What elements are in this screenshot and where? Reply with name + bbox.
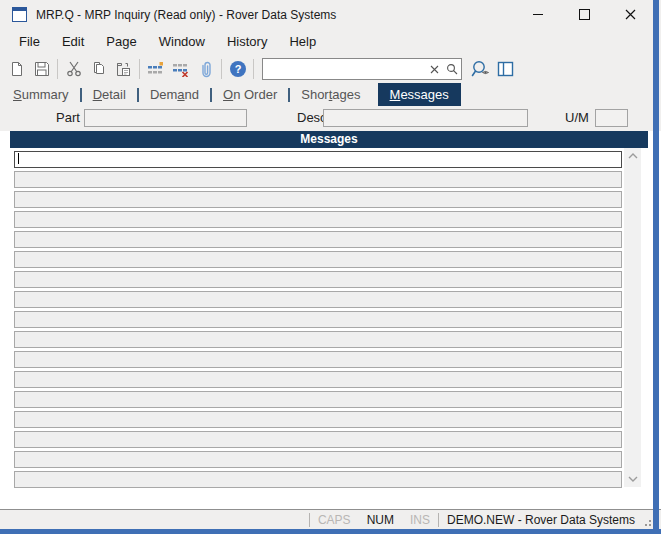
- layout-button[interactable]: [493, 57, 518, 81]
- vertical-scrollbar[interactable]: [624, 148, 641, 487]
- search-go-button[interactable]: [443, 60, 461, 78]
- search-icon: [446, 63, 458, 75]
- toolbar-separator: [253, 59, 254, 79]
- scroll-up-button[interactable]: [624, 148, 641, 164]
- status-num: NUM: [359, 513, 402, 527]
- toolbar-separator: [57, 59, 58, 79]
- message-row[interactable]: [14, 331, 622, 348]
- menu-history[interactable]: History: [216, 29, 278, 55]
- tab-strip: Summary Detail Demand On Order Shortages…: [0, 83, 661, 106]
- toolbar-separator: [221, 59, 222, 79]
- tab-demand[interactable]: Demand: [141, 84, 208, 105]
- new-document-button[interactable]: [4, 57, 29, 81]
- chevron-up-icon: [628, 153, 638, 159]
- message-row[interactable]: [14, 411, 622, 428]
- window-border-bottom: [0, 529, 661, 534]
- messages-header: Messages: [10, 131, 648, 148]
- clear-search-icon: [430, 65, 439, 74]
- copy-icon: [91, 61, 107, 77]
- find-view-button[interactable]: [468, 57, 493, 81]
- toolbar-separator: [139, 59, 140, 79]
- copy-button[interactable]: [86, 57, 111, 81]
- um-field[interactable]: [595, 109, 628, 127]
- window-title: MRP.Q - MRP Inquiry (Read only) - Rover …: [36, 8, 336, 22]
- minimize-button[interactable]: [515, 0, 561, 29]
- part-field[interactable]: [84, 109, 247, 127]
- minimize-icon: [533, 14, 543, 15]
- message-row[interactable]: [14, 211, 622, 228]
- status-ins: INS: [402, 513, 438, 527]
- message-row[interactable]: [14, 171, 622, 188]
- paste-icon: [115, 61, 132, 78]
- record-header-row: Part Desc U/M: [0, 106, 661, 131]
- delete-row-icon: [172, 61, 190, 77]
- message-row[interactable]: [14, 271, 622, 288]
- message-row[interactable]: [14, 451, 622, 468]
- message-row[interactable]: [14, 191, 622, 208]
- status-session: DEMO.NEW - Rover Data Systems: [439, 513, 643, 527]
- menu-file[interactable]: File: [8, 29, 51, 55]
- layout-icon: [497, 61, 514, 77]
- message-row[interactable]: [14, 311, 622, 328]
- menu-edit[interactable]: Edit: [51, 29, 95, 55]
- app-window: MRP.Q - MRP Inquiry (Read only) - Rover …: [0, 0, 661, 534]
- message-row[interactable]: [14, 471, 622, 488]
- paste-button[interactable]: [111, 57, 136, 81]
- maximize-button[interactable]: [561, 0, 607, 29]
- help-icon: ?: [229, 60, 247, 78]
- close-button[interactable]: [607, 0, 653, 29]
- cut-button[interactable]: [61, 57, 86, 81]
- part-label: Part: [56, 110, 80, 125]
- tab-separator: [210, 88, 212, 102]
- menu-bar: File Edit Page Window History Help: [0, 29, 661, 55]
- message-row[interactable]: [14, 291, 622, 308]
- save-icon: [34, 61, 50, 77]
- attachments-icon: [198, 61, 214, 78]
- text-cursor: [18, 153, 19, 164]
- message-row[interactable]: [14, 151, 622, 168]
- tab-messages[interactable]: Messages: [378, 83, 461, 106]
- chevron-down-icon: [628, 476, 638, 482]
- message-row[interactable]: [14, 391, 622, 408]
- menu-window[interactable]: Window: [148, 29, 216, 55]
- attachments-button[interactable]: [193, 57, 218, 81]
- find-view-icon: [471, 60, 490, 78]
- tab-on-order[interactable]: On Order: [214, 84, 286, 105]
- svg-text:?: ?: [234, 63, 241, 75]
- tab-summary[interactable]: Summary: [4, 84, 78, 105]
- message-rows: [14, 151, 622, 488]
- app-icon: [12, 7, 27, 22]
- status-bar: CAPS NUM INS DEMO.NEW - Rover Data Syste…: [0, 509, 661, 530]
- tab-detail[interactable]: Detail: [84, 84, 135, 105]
- new-document-icon: [9, 61, 25, 77]
- message-row[interactable]: [14, 251, 622, 268]
- desc-field[interactable]: [323, 109, 528, 127]
- menu-help[interactable]: Help: [278, 29, 327, 55]
- close-icon: [625, 9, 636, 20]
- tab-separator: [288, 88, 290, 102]
- window-border-right: [653, 0, 659, 534]
- search-input[interactable]: [263, 61, 425, 77]
- tab-separator: [137, 88, 139, 102]
- message-row[interactable]: [14, 351, 622, 368]
- toolbar: ?: [0, 55, 661, 83]
- insert-row-button[interactable]: [143, 57, 168, 81]
- window-controls: [515, 0, 653, 29]
- cut-icon: [66, 61, 82, 77]
- save-button[interactable]: [29, 57, 54, 81]
- help-button[interactable]: ?: [225, 57, 250, 81]
- status-caps: CAPS: [310, 513, 359, 527]
- scroll-down-button[interactable]: [624, 471, 641, 487]
- maximize-icon: [579, 9, 590, 20]
- clear-search-button[interactable]: [425, 60, 443, 78]
- um-label: U/M: [565, 110, 589, 125]
- tab-shortages[interactable]: Shortages: [292, 84, 369, 105]
- message-row[interactable]: [14, 431, 622, 448]
- delete-row-button[interactable]: [168, 57, 193, 81]
- message-row[interactable]: [14, 231, 622, 248]
- title-bar: MRP.Q - MRP Inquiry (Read only) - Rover …: [0, 0, 661, 29]
- insert-row-icon: [147, 61, 165, 77]
- search-box: [262, 58, 462, 80]
- message-row[interactable]: [14, 371, 622, 388]
- menu-page[interactable]: Page: [95, 29, 147, 55]
